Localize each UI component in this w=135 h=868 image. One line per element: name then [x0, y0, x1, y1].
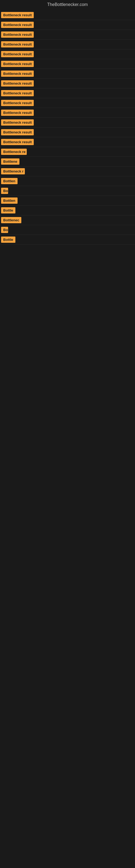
bottleneck-result-label[interactable]: Bottleneck result: [1, 110, 34, 116]
results-container: Bottleneck resultBottleneck resultBottle…: [0, 10, 135, 245]
result-row: Bottleneck result: [0, 30, 135, 40]
page-wrapper: TheBottlenecker.com Bottleneck resultBot…: [0, 0, 135, 245]
bottleneck-result-label[interactable]: Bottlen: [1, 178, 17, 184]
bottleneck-result-label[interactable]: Bo: [1, 188, 8, 194]
bottleneck-result-label[interactable]: Bottlene: [1, 158, 19, 165]
result-row: Bottleneck result: [0, 20, 135, 30]
result-row: Bottleneck result: [0, 59, 135, 69]
result-row: Bottlene: [0, 157, 135, 166]
bottleneck-result-label[interactable]: Bottleneck result: [1, 22, 34, 28]
result-row: Bottleneck result: [0, 10, 135, 20]
result-row: Bottleneck result: [0, 118, 135, 127]
result-row: Bottleneck result: [0, 98, 135, 108]
bottleneck-result-label[interactable]: Bottleneck result: [1, 100, 34, 106]
result-row: Bottlen: [0, 196, 135, 206]
result-row: Bottleneck result: [0, 69, 135, 79]
bottleneck-result-label[interactable]: Bottleneck re: [1, 149, 27, 155]
bottleneck-result-label[interactable]: Bottleneck result: [1, 80, 34, 87]
result-row: Bottleneck result: [0, 137, 135, 147]
bottleneck-result-label[interactable]: Bottleneck r: [1, 168, 25, 175]
bottleneck-result-label[interactable]: Bottleneck result: [1, 51, 34, 57]
bottleneck-result-label[interactable]: Bottle: [1, 237, 15, 243]
result-row: Bottleneck re: [0, 147, 135, 157]
bottleneck-result-label[interactable]: Bottleneck result: [1, 61, 34, 67]
bottleneck-result-label[interactable]: Bottle: [1, 207, 15, 214]
bottleneck-result-label[interactable]: Bottleneck result: [1, 31, 34, 38]
bottleneck-result-label[interactable]: Bottleneck result: [1, 90, 34, 96]
result-row: Bottleneck r: [0, 166, 135, 176]
result-row: Bottle: [0, 206, 135, 215]
bottleneck-result-label[interactable]: Bo: [1, 227, 8, 233]
result-row: Bo: [0, 225, 135, 235]
result-row: Bottleneck result: [0, 127, 135, 137]
site-title: TheBottlenecker.com: [0, 0, 135, 10]
result-row: Bottleneck result: [0, 108, 135, 118]
result-row: Bottleneck result: [0, 40, 135, 50]
result-row: Bottleneck result: [0, 88, 135, 98]
bottleneck-result-label[interactable]: Bottleneck result: [1, 139, 34, 145]
result-row: Bo: [0, 186, 135, 196]
bottleneck-result-label[interactable]: Bottleneck result: [1, 70, 34, 77]
result-row: Bottleneck result: [0, 50, 135, 59]
result-row: Bottleneck result: [0, 79, 135, 88]
result-row: Bottlen: [0, 176, 135, 186]
bottleneck-result-label[interactable]: Bottleneck result: [1, 12, 34, 18]
bottleneck-result-label[interactable]: Bottlenec: [1, 217, 21, 223]
bottleneck-result-label[interactable]: Bottlen: [1, 197, 17, 204]
bottleneck-result-label[interactable]: Bottleneck result: [1, 119, 34, 126]
result-row: Bottle: [0, 235, 135, 245]
bottleneck-result-label[interactable]: Bottleneck result: [1, 129, 34, 135]
bottleneck-result-label[interactable]: Bottleneck result: [1, 41, 34, 48]
result-row: Bottlenec: [0, 215, 135, 225]
